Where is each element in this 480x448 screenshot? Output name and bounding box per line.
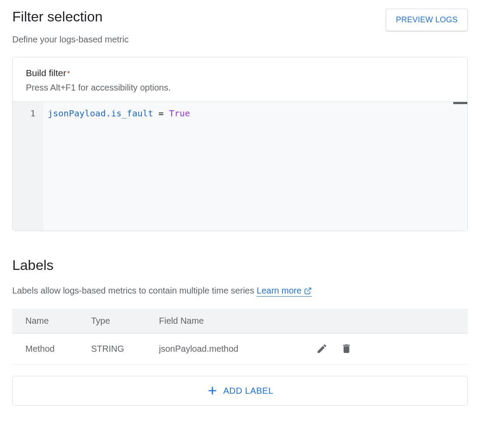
labels-table: Name Type Field Name Method STRING jsonP…	[12, 309, 468, 364]
learn-more-link[interactable]: Learn more	[257, 286, 312, 297]
filter-section-title: Filter selection	[12, 9, 102, 25]
cell-type: STRING	[78, 333, 146, 364]
external-link-icon	[304, 287, 312, 295]
col-header-actions	[301, 309, 468, 333]
cell-field-name: jsonPayload.method	[146, 333, 301, 364]
trash-icon	[341, 343, 352, 354]
scroll-indicator	[453, 102, 467, 104]
col-header-type: Type	[78, 309, 146, 333]
accessibility-hint: Press Alt+F1 for accessibility options.	[26, 83, 454, 93]
col-header-name: Name	[12, 309, 78, 333]
labels-description-text: Labels allow logs-based metrics to conta…	[12, 286, 257, 295]
editor-content[interactable]: jsonPayload.is_fault = True	[43, 102, 467, 231]
add-label-button[interactable]: ADD LABEL	[12, 376, 468, 406]
learn-more-text: Learn more	[257, 286, 301, 296]
build-filter-label: Build filter	[26, 68, 66, 78]
delete-label-button[interactable]	[339, 341, 354, 356]
filter-section-subheading: Define your logs-based metric	[12, 35, 468, 45]
col-header-field-name: Field Name	[146, 309, 301, 333]
table-row: Method STRING jsonPayload.method	[12, 333, 468, 364]
labels-description: Labels allow logs-based metrics to conta…	[12, 286, 468, 297]
required-indicator: *	[67, 70, 70, 77]
token-value: True	[169, 108, 190, 119]
preview-logs-button[interactable]: PREVIEW LOGS	[386, 9, 468, 31]
build-filter-card: Build filter* Press Alt+F1 for accessibi…	[12, 57, 468, 231]
add-label-text: ADD LABEL	[223, 386, 274, 396]
labels-section-title: Labels	[12, 257, 468, 273]
editor-gutter: 1	[13, 102, 43, 231]
token-operator: =	[153, 108, 169, 119]
line-number: 1	[13, 106, 35, 120]
plus-icon	[207, 385, 218, 396]
token-field: jsonPayload.is_fault	[48, 108, 153, 119]
cell-name: Method	[12, 333, 78, 364]
pencil-icon	[316, 343, 328, 354]
filter-code-editor[interactable]: 1 jsonPayload.is_fault = True	[13, 102, 467, 231]
edit-label-button[interactable]	[314, 341, 329, 356]
svg-line-0	[307, 288, 311, 291]
